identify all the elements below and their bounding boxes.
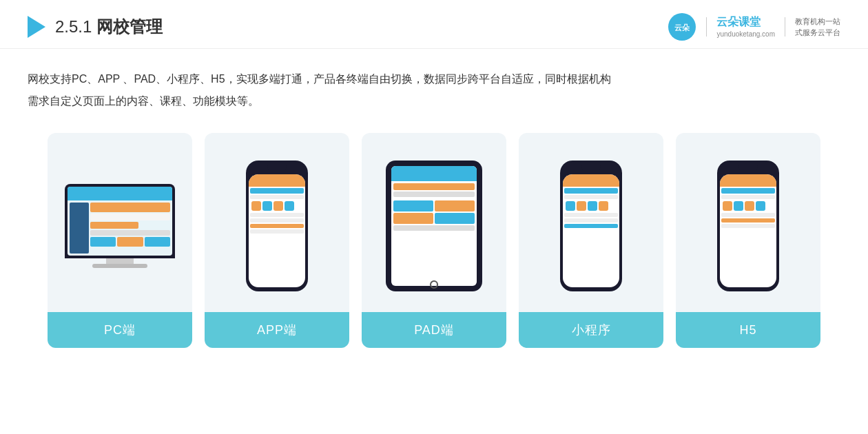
card-h5-label: H5 bbox=[739, 323, 756, 338]
pad-screen-body bbox=[391, 181, 477, 233]
svg-text:云朵: 云朵 bbox=[674, 23, 690, 32]
miniprogram-screen-bar bbox=[563, 174, 619, 187]
card-pad-footer: PAD端 bbox=[362, 312, 506, 348]
pad-cell4 bbox=[435, 213, 475, 224]
pad-row1 bbox=[393, 183, 475, 190]
phone-row5 bbox=[250, 224, 304, 228]
pc-mockup bbox=[65, 184, 175, 268]
pc-row4 bbox=[90, 230, 170, 236]
card-miniprogram-label: 小程序 bbox=[572, 322, 611, 338]
header: 2.5.1 网校管理 云朵 云朵课堂 yunduoketang.com 教育机构… bbox=[0, 0, 868, 49]
mini-row5 bbox=[564, 224, 618, 228]
mini-row1 bbox=[564, 188, 618, 194]
pc-row2 bbox=[90, 214, 170, 220]
card-miniprogram: 小程序 bbox=[519, 133, 663, 348]
page-title: 2.5.1 网校管理 bbox=[55, 16, 163, 38]
h5-phone-notch bbox=[738, 165, 758, 170]
phone-screen bbox=[249, 174, 305, 287]
card-app-footer: APP端 bbox=[205, 312, 349, 348]
mini-icon3 bbox=[588, 201, 597, 211]
h5-icons-row bbox=[721, 200, 775, 211]
card-h5: H5 bbox=[676, 133, 820, 348]
card-app-image bbox=[205, 133, 349, 312]
pad-cell3 bbox=[393, 213, 433, 224]
card-pc-label: PC端 bbox=[104, 322, 136, 338]
pc-cell1 bbox=[90, 237, 116, 247]
miniprogram-phone-mockup bbox=[560, 161, 622, 291]
pad-screen-top bbox=[391, 166, 477, 181]
pc-grid bbox=[90, 237, 170, 247]
h5-row1 bbox=[721, 188, 775, 194]
pc-cell3 bbox=[145, 237, 170, 247]
page-container: 2.5.1 网校管理 云朵 云朵课堂 yunduoketang.com 教育机构… bbox=[0, 0, 868, 434]
card-app-label: APP端 bbox=[257, 322, 297, 338]
phone-screen-bar bbox=[249, 174, 305, 187]
h5-icon1 bbox=[723, 201, 732, 211]
phone-row6 bbox=[250, 229, 304, 234]
pad-screen bbox=[391, 166, 477, 286]
pad-cell2 bbox=[435, 200, 475, 211]
logo-icon: 云朵 bbox=[668, 12, 696, 41]
card-miniprogram-footer: 小程序 bbox=[519, 312, 663, 348]
phone-icon1 bbox=[251, 201, 261, 211]
h5-icon2 bbox=[734, 201, 743, 211]
h5-screen-content bbox=[720, 187, 776, 229]
mini-row4 bbox=[564, 218, 618, 223]
h5-row5 bbox=[721, 224, 775, 228]
mini-row3 bbox=[564, 213, 618, 217]
phone-icon2 bbox=[262, 201, 272, 211]
logo-main-name: 云朵课堂 bbox=[716, 15, 775, 30]
h5-phone-mockup bbox=[717, 161, 779, 291]
phone-icon4 bbox=[285, 201, 294, 211]
pc-screen-inner bbox=[68, 187, 172, 256]
description-paragraph: 网校支持PC、APP 、PAD、小程序、H5，实现多端打通，产品各终端自由切换，… bbox=[28, 68, 840, 112]
pc-cell2 bbox=[117, 237, 143, 247]
logo-url: yunduoketang.com bbox=[716, 30, 775, 39]
phone-screen-content bbox=[249, 187, 305, 235]
h5-icon3 bbox=[745, 201, 754, 211]
h5-row3 bbox=[721, 213, 775, 217]
miniprogram-phone-notch bbox=[581, 165, 601, 170]
logo-area: 云朵 云朵课堂 yunduoketang.com 教育机构一站 式服务云平台 bbox=[668, 12, 840, 41]
miniprogram-phone-screen bbox=[563, 174, 619, 287]
pad-grid bbox=[393, 200, 475, 224]
pad-mockup bbox=[386, 161, 482, 291]
card-app: APP端 bbox=[205, 133, 349, 348]
pc-main bbox=[90, 203, 170, 254]
card-h5-image bbox=[676, 133, 820, 312]
pc-screen-outer bbox=[65, 184, 175, 258]
mini-icon1 bbox=[566, 201, 575, 211]
pc-row1 bbox=[90, 203, 170, 212]
mini-icon4 bbox=[599, 201, 608, 211]
pad-home-btn bbox=[430, 280, 438, 289]
phone-row4 bbox=[250, 218, 304, 223]
mini-icon2 bbox=[577, 201, 586, 211]
arrow-icon bbox=[28, 16, 45, 38]
card-pad-image bbox=[362, 133, 506, 312]
phone-row2 bbox=[250, 195, 304, 199]
title-bold: 网校管理 bbox=[96, 17, 163, 36]
miniprogram-screen-content bbox=[563, 187, 619, 229]
pc-body bbox=[68, 200, 172, 256]
card-h5-footer: H5 bbox=[676, 312, 820, 348]
card-pc: PC端 bbox=[48, 133, 192, 348]
pc-stand bbox=[106, 258, 134, 264]
pad-row2 bbox=[393, 192, 475, 197]
mini-row2 bbox=[564, 195, 618, 199]
logo-svg: 云朵 bbox=[668, 12, 696, 41]
cards-section: PC端 bbox=[0, 126, 868, 348]
phone-row1 bbox=[250, 188, 304, 194]
pad-cell1 bbox=[393, 200, 433, 211]
logo-divider2 bbox=[785, 17, 785, 37]
tagline-line2: 式服务云平台 bbox=[795, 27, 840, 39]
card-pc-image bbox=[48, 133, 192, 312]
logo-divider bbox=[706, 17, 707, 37]
tagline-line1: 教育机构一站 bbox=[795, 16, 840, 28]
pc-row3 bbox=[90, 222, 138, 229]
phone-icons-row1 bbox=[250, 200, 304, 211]
pad-row3 bbox=[393, 225, 475, 231]
card-pad-label: PAD端 bbox=[414, 322, 454, 338]
h5-screen-bar bbox=[720, 174, 776, 187]
h5-row2 bbox=[721, 195, 775, 199]
phone-icon3 bbox=[273, 201, 283, 211]
